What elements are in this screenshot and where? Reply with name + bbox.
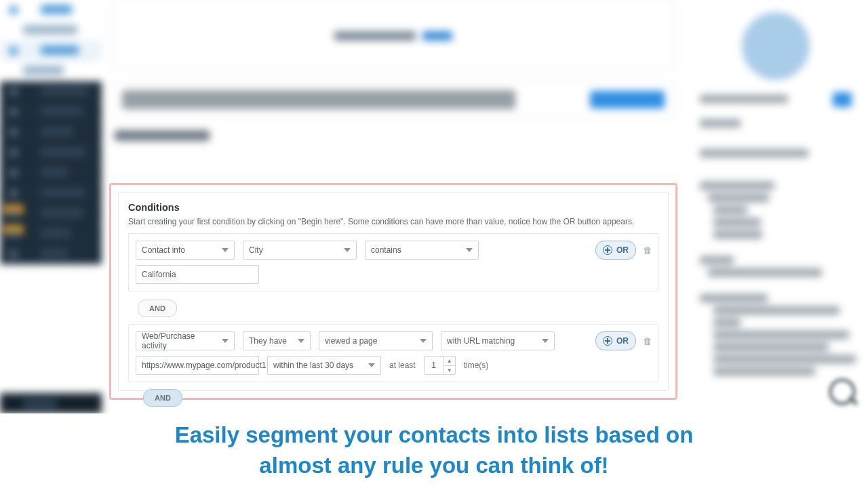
rule2-count-stepper[interactable]: 1 ▲▼ [424, 356, 456, 375]
rule1-delete-button[interactable]: 🗑 [643, 245, 651, 255]
chevron-down-icon [222, 339, 229, 343]
chevron-down-icon [368, 363, 375, 367]
times-label: time(s) [464, 361, 489, 370]
rule2-or-button[interactable]: OR [595, 331, 636, 350]
caption-line-2: almost any rule you can think of! [259, 453, 608, 478]
rule2-timeframe-select[interactable]: within the last 30 days [267, 356, 381, 375]
conditions-subtitle: Start creating your first condition by c… [128, 217, 658, 226]
marketing-caption: Easily segment your contacts into lists … [0, 413, 868, 488]
stepper-down-icon[interactable]: ▼ [444, 366, 455, 375]
caption-line-1: Easily segment your contacts into lists … [175, 422, 694, 447]
rule2-category-select[interactable]: Web/Purchase activity [136, 331, 235, 350]
condition-rule-2: Web/Purchase activity They have viewed a… [128, 324, 658, 382]
rule1-or-button[interactable]: OR [595, 241, 636, 260]
chevron-down-icon [466, 248, 473, 252]
and-connector-1[interactable]: AND [138, 300, 177, 317]
at-least-label: at least [389, 361, 416, 370]
rule2-match-select[interactable]: with URL matching [441, 331, 555, 350]
chevron-down-icon [344, 248, 351, 252]
add-and-button[interactable]: AND [143, 389, 182, 407]
plus-circle-icon [603, 245, 612, 255]
rule1-value-input[interactable]: California [136, 265, 259, 284]
rule2-actor-select[interactable]: They have [243, 331, 311, 350]
rule2-delete-button[interactable]: 🗑 [643, 336, 651, 346]
chevron-down-icon [298, 339, 304, 343]
rule2-action-select[interactable]: viewed a page [319, 331, 433, 350]
conditions-title: Conditions [128, 202, 658, 213]
rule2-url-input[interactable]: https://www.mypage.com/product1 [136, 356, 259, 375]
rule1-field-select[interactable]: City [243, 241, 357, 260]
stepper-up-icon[interactable]: ▲ [444, 357, 455, 366]
rule1-operator-select[interactable]: contains [365, 241, 479, 260]
chevron-down-icon [420, 339, 427, 343]
sidebar [0, 0, 102, 413]
magnifier-icon [829, 378, 859, 408]
rule1-category-select[interactable]: Contact info [136, 241, 235, 260]
conditions-panel: Conditions Start creating your first con… [118, 192, 669, 391]
plus-circle-icon [603, 336, 612, 346]
right-panel [690, 0, 861, 413]
condition-rule-1: Contact info City contains California OR… [128, 233, 658, 291]
chevron-down-icon [542, 339, 549, 343]
chevron-down-icon [222, 248, 229, 252]
conditions-highlight-frame: Conditions Start creating your first con… [109, 183, 677, 400]
app-root: Conditions Start creating your first con… [0, 0, 868, 488]
